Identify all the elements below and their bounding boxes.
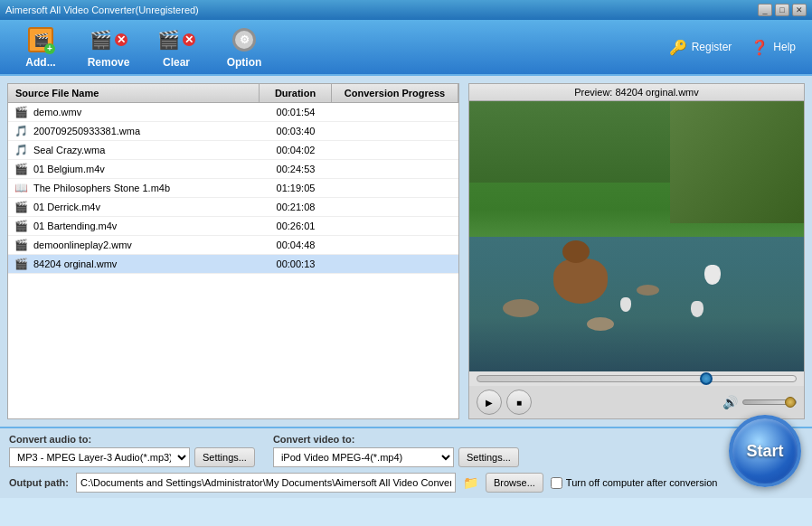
file-name: 200709250933381.wma: [30, 126, 260, 136]
file-type-icon: 🎬: [12, 238, 30, 252]
app-title: Aimersoft All Video Converter(Unregister…: [5, 5, 199, 15]
scene-bird3: [620, 297, 631, 312]
main-area: Source File Name Duration Conversion Pro…: [0, 74, 812, 427]
register-icon: 🔑: [669, 39, 687, 56]
register-button[interactable]: 🔑 Register: [662, 35, 740, 60]
play-button[interactable]: ▶: [477, 390, 502, 415]
seekbar-thumb[interactable]: [700, 372, 713, 385]
file-duration: 01:19:05: [260, 183, 332, 193]
add-icon: 🎬 +: [26, 25, 55, 54]
video-convert-row: iPod Video MPEG-4(*.mp4) Settings...: [273, 447, 519, 467]
table-row[interactable]: 🎬 01 Belgium.m4v 00:24:53: [8, 160, 458, 179]
help-button[interactable]: ❓ Help: [743, 35, 803, 60]
file-duration: 00:00:13: [260, 258, 332, 269]
browse-button[interactable]: Browse...: [486, 473, 543, 493]
preview-title: Preview: 84204 orginal.wmv: [469, 84, 804, 101]
col-header-progress: Conversion Progress: [332, 84, 458, 102]
file-duration: 00:04:02: [260, 145, 332, 155]
file-name: Seal Crazy.wma: [30, 145, 260, 155]
file-type-icon: 🎬: [12, 219, 30, 233]
scene-bear-head: [562, 240, 590, 263]
output-path-input[interactable]: [76, 473, 456, 493]
file-type-icon: 🎵: [12, 143, 30, 157]
file-name: 01 Belgium.m4v: [30, 164, 260, 174]
file-name: 01 Derrick.m4v: [30, 202, 260, 212]
file-type-icon: 🎬: [12, 162, 30, 176]
bottom-panel: Convert audio to: MP3 - MPEG Layer-3 Aud…: [0, 427, 812, 498]
table-row[interactable]: 🎬 01 Derrick.m4v 00:21:08: [8, 198, 458, 217]
table-row[interactable]: 🎵 Seal Crazy.wma 00:04:02: [8, 141, 458, 160]
file-type-icon: 📖: [12, 181, 30, 195]
bottom-row1: Convert audio to: MP3 - MPEG Layer-3 Aud…: [9, 434, 803, 467]
file-name: demo.wmv: [30, 107, 260, 117]
file-duration: 00:04:48: [260, 240, 332, 250]
col-header-duration: Duration: [260, 84, 332, 102]
scene-hill: [670, 101, 804, 223]
folder-icon[interactable]: 📁: [463, 475, 478, 490]
file-duration: 00:01:54: [260, 107, 332, 117]
video-convert-label: Convert video to:: [273, 434, 519, 445]
preview-video: [469, 101, 804, 371]
scene-bird1: [704, 265, 721, 285]
file-type-icon: 🎬: [12, 200, 30, 214]
file-list-body: 🎬 demo.wmv 00:01:54 🎵 200709250933381.wm…: [8, 103, 458, 418]
close-button[interactable]: ✕: [792, 4, 807, 16]
turnoff-label: Turn off computer after conversion: [566, 477, 718, 488]
preview-panel: Preview: 84204 orginal.wmv: [468, 83, 805, 419]
video-format-select[interactable]: iPod Video MPEG-4(*.mp4): [273, 447, 454, 467]
file-duration: 00:21:08: [260, 202, 332, 212]
seekbar-track[interactable]: [477, 375, 797, 382]
turnoff-checkbox-group: Turn off computer after conversion: [551, 477, 718, 489]
volume-icon: 🔊: [722, 395, 738, 409]
file-name: 84204 orginal.wmv: [30, 258, 260, 269]
audio-convert-group: Convert audio to: MP3 - MPEG Layer-3 Aud…: [9, 434, 255, 467]
help-icon: ❓: [751, 39, 769, 56]
clear-button[interactable]: 🎬 ✕ Clear: [145, 22, 208, 72]
audio-settings-button[interactable]: Settings...: [194, 447, 255, 467]
bottom-row2: Output path: 📁 Browse... Turn off comput…: [9, 473, 803, 493]
file-duration: 00:26:01: [260, 221, 332, 231]
add-button[interactable]: 🎬 + Add...: [9, 22, 72, 72]
audio-convert-row: MP3 - MPEG Layer-3 Audio(*.mp3) Settings…: [9, 447, 255, 467]
audio-format-select[interactable]: MP3 - MPEG Layer-3 Audio(*.mp3): [9, 447, 190, 467]
video-settings-button[interactable]: Settings...: [458, 447, 519, 467]
file-type-icon: 🎵: [12, 124, 30, 138]
volume-slider[interactable]: [742, 399, 797, 405]
file-duration: 00:03:40: [260, 126, 332, 136]
option-button[interactable]: ⚙ Option: [212, 22, 276, 72]
stop-button[interactable]: ■: [506, 390, 532, 415]
file-name: demoonlineplay2.wmv: [30, 240, 260, 250]
table-row[interactable]: 🎬 demoonlineplay2.wmv 00:04:48: [8, 236, 458, 255]
option-icon: ⚙: [230, 25, 259, 54]
volume-thumb[interactable]: [785, 397, 796, 408]
audio-convert-label: Convert audio to:: [9, 434, 255, 445]
col-header-name: Source File Name: [8, 84, 260, 102]
table-row[interactable]: 🎬 demo.wmv 00:01:54: [8, 103, 458, 122]
scene-bear: [553, 258, 608, 304]
table-row[interactable]: 🎵 200709250933381.wma 00:03:40: [8, 122, 458, 141]
title-bar-controls: _ □ ✕: [758, 4, 807, 16]
video-convert-group: Convert video to: iPod Video MPEG-4(*.mp…: [273, 434, 519, 467]
file-duration: 00:24:53: [260, 164, 332, 174]
restore-button[interactable]: □: [775, 4, 789, 16]
title-bar: Aimersoft All Video Converter(Unregister…: [0, 0, 812, 20]
table-row[interactable]: 🎬 84204 orginal.wmv 00:00:13: [8, 255, 458, 274]
file-name: 01 Bartending.m4v: [30, 221, 260, 231]
toolbar: 🎬 + Add... 🎬 ✕ Remove 🎬 ✕ Clear ⚙ Option: [0, 20, 812, 74]
file-type-icon: 🎬: [12, 257, 30, 271]
start-button[interactable]: Start: [729, 415, 801, 487]
file-type-icon: 🎬: [12, 105, 30, 119]
output-label: Output path:: [9, 477, 69, 488]
table-row[interactable]: 🎬 01 Bartending.m4v 00:26:01: [8, 217, 458, 236]
file-list-header: Source File Name Duration Conversion Pro…: [8, 84, 458, 103]
remove-button[interactable]: 🎬 ✕ Remove: [77, 22, 140, 72]
scene-rocks2: [587, 317, 614, 331]
file-list-panel: Source File Name Duration Conversion Pro…: [7, 83, 459, 419]
minimize-button[interactable]: _: [758, 4, 772, 16]
table-row[interactable]: 📖 The Philosophers Stone 1.m4b 01:19:05: [8, 179, 458, 198]
remove-icon: 🎬 ✕: [94, 25, 123, 54]
turnoff-checkbox[interactable]: [551, 477, 562, 489]
preview-controls: ▶ ■ 🔊: [469, 386, 804, 418]
clear-icon: 🎬 ✕: [162, 25, 191, 54]
preview-seekbar[interactable]: [469, 371, 804, 386]
